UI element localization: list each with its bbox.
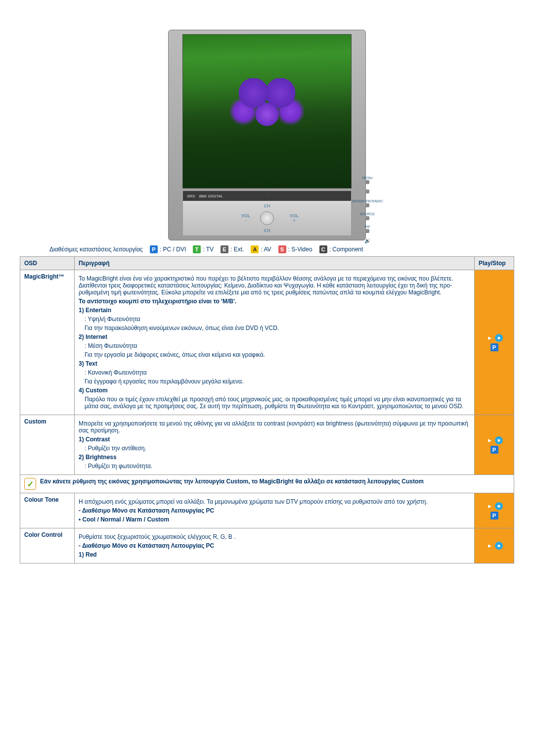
vol-minus-label: VOL-: [241, 213, 250, 223]
osd-table: OSD Περιγραφή Play/Stop MagicBright™ Το …: [20, 256, 514, 564]
c-icon: C: [319, 245, 327, 253]
t-icon: T: [193, 245, 201, 253]
modes-legend: Διαθέσιμες καταστάσεις λειτουργίας P : P…: [49, 245, 514, 253]
colour-tone-n1: - Διαθέσιμο Μόνο σε Κατάσταση Λειτουργία…: [79, 507, 470, 514]
mb-i1-a: : Υψηλή Φωτεινότητα: [85, 316, 470, 323]
s-icon: S: [278, 245, 286, 253]
mb-i2-a: : Μέση Φωτεινότητα: [85, 342, 470, 349]
check-icon: ✓: [24, 478, 36, 490]
row-note: ✓ Εάν κάνετε ρύθμιση της εικόνας χρησιμο…: [20, 475, 514, 493]
mb-i3-a: : Κανονική Φωτεινότητα: [85, 369, 470, 376]
custom-i1-a: : Ρυθμίζει την αντίθεση.: [85, 445, 470, 452]
mb-i2-b: Για την εργασία με διάφορες εικόνες, όπω…: [85, 351, 470, 358]
color-control-intro: Ρυθμίστε τους ξεχωριστούς χρωματικούς ελ…: [79, 533, 470, 540]
custom-i1-title: 1) Contrast: [79, 436, 470, 443]
mb-i3-title: 3) Text: [79, 360, 470, 367]
mb-i4-title: 4) Custom: [79, 387, 470, 394]
monitor-illustration: SRS BBE DIGITAL VOL- ⌃CH CH⌄ VOL+ MENU E…: [168, 30, 366, 240]
mode-tv-label: : TV: [203, 246, 214, 253]
colour-tone-desc: Η απόχρωση ενός χρώματος μπορεί να αλλάξ…: [75, 493, 475, 528]
blank-button: [352, 189, 383, 195]
p-badge-icon: P: [490, 343, 498, 351]
modes-label: Διαθέσιμες καταστάσεις λειτουργίας: [49, 246, 143, 253]
color-control-name: Color Control: [20, 528, 75, 564]
mode-av-label: : AV: [261, 246, 271, 253]
mb-i1-b: Για την παρακολούθηση κινούμενων εικόνων…: [85, 325, 470, 331]
a-icon: A: [251, 245, 259, 253]
header-osd: OSD: [20, 257, 75, 270]
colour-tone-n2: • Cool / Normal / Warm / Custom: [79, 516, 470, 523]
menu-button-label: MENU: [352, 176, 383, 185]
row-magicbright: MagicBright™ Το MagicBright είναι ένα νέ…: [20, 270, 514, 415]
header-play: Play/Stop: [475, 257, 514, 270]
mode-svideo: S : S-Video: [278, 245, 312, 253]
row-color-control: Color Control Ρυθμίστε τους ξεχωριστούς …: [20, 528, 514, 564]
mode-pc: P : PC / DVI: [150, 245, 186, 253]
mode-tv: T : TV: [193, 245, 214, 253]
ch-down-label: CH⌄: [260, 226, 274, 244]
color-control-playstop: ▶ ■: [475, 528, 514, 564]
stop-icon[interactable]: ■: [495, 436, 503, 444]
note-text: Εάν κάνετε ρύθμιση της εικόνας χρησιμοπο…: [40, 478, 424, 485]
custom-i2-a: : Ρυθμίζει τη φωτεινότητα.: [85, 463, 470, 470]
srs-logo: SRS: [187, 194, 195, 198]
enter-button-label: ENTER/ FM RADIO: [352, 199, 383, 208]
colour-tone-playstop: ▶ ■ P: [475, 493, 514, 528]
custom-name: Custom: [20, 415, 75, 475]
side-buttons: MENU ENTER/ FM RADIO SOURCE PIP 🔊: [352, 176, 383, 243]
mb-i3-b: Για έγγραφα ή εργασίες που περιλαμβάνουν…: [85, 378, 470, 385]
row-custom: Custom Μπορείτε να χρησιμοποιήσετε τα με…: [20, 415, 514, 475]
stop-icon[interactable]: ■: [495, 542, 503, 550]
monitor-controls: VOL- ⌃CH CH⌄ VOL+: [182, 201, 352, 236]
row-colour-tone: Colour Tone Η απόχρωση ενός χρώματος μπο…: [20, 493, 514, 528]
stop-icon[interactable]: ■: [495, 502, 503, 510]
speaker-icon: 🔊: [352, 238, 383, 243]
vol-plus-label: VOL+: [290, 213, 299, 223]
custom-intro: Μπορείτε να χρησιμοποιήσετε τα μενού της…: [79, 420, 470, 434]
magicbright-intro: Το MagicBright είναι ένα νέο χαρακτηριστ…: [79, 275, 470, 296]
mode-pc-label: : PC / DVI: [160, 246, 186, 253]
colour-tone-name: Colour Tone: [20, 493, 75, 528]
bbe-logo: BBE DIGITAL: [199, 194, 223, 198]
pip-button-label: PIP: [352, 225, 383, 234]
custom-i2-title: 2) Brightness: [79, 454, 470, 461]
play-icon[interactable]: ▶: [486, 502, 493, 510]
custom-playstop: ▶ ■ P: [475, 415, 514, 475]
p-badge-icon: P: [490, 446, 498, 454]
color-control-desc: Ρυθμίστε τους ξεχωριστούς χρωματικούς ελ…: [75, 528, 475, 564]
mb-i2-title: 2) Internet: [79, 333, 470, 340]
mode-ext: E : Ext.: [221, 245, 244, 253]
ch-up-label: ⌃CH: [260, 192, 274, 210]
mode-svideo-label: : S-Video: [288, 246, 312, 253]
table-header-row: OSD Περιγραφή Play/Stop: [20, 257, 514, 270]
mode-ext-label: : Ext.: [230, 246, 244, 253]
color-control-n1: - Διαθέσιμο Μόνο σε Κατάσταση Λειτουργία…: [79, 542, 470, 549]
mode-av: A : AV: [251, 245, 271, 253]
power-button: [260, 211, 274, 225]
monitor-screen: [182, 34, 352, 189]
color-control-i1-title: 1) Red: [79, 551, 470, 558]
mode-component: C : Component: [319, 245, 363, 253]
colour-tone-intro: Η απόχρωση ενός χρώματος μπορεί να αλλάξ…: [79, 498, 470, 505]
source-button-label: SOURCE: [352, 212, 383, 221]
custom-desc: Μπορείτε να χρησιμοποιήσετε τα μενού της…: [75, 415, 475, 475]
mb-i1-title: 1) Entertain: [79, 307, 470, 314]
mb-i4-a: Παρόλο που οι τιμές έχουν επιλεχθεί με π…: [85, 396, 470, 410]
magicbright-name: MagicBright™: [20, 270, 75, 415]
e-icon: E: [221, 245, 228, 253]
play-icon[interactable]: ▶: [486, 542, 493, 550]
stop-icon[interactable]: ■: [495, 334, 503, 342]
magicbright-desc: Το MagicBright είναι ένα νέο χαρακτηριστ…: [75, 270, 475, 415]
mode-component-label: : Component: [329, 246, 363, 253]
play-icon[interactable]: ▶: [486, 334, 493, 342]
magicbright-playstop: ▶ ■ P: [475, 270, 514, 415]
p-badge-icon: P: [490, 512, 498, 520]
header-desc: Περιγραφή: [75, 257, 475, 270]
play-icon[interactable]: ▶: [486, 436, 493, 444]
magicbright-remote: Το αντίστοιχο κουμπί στο τηλεχειριστήριο…: [79, 298, 470, 305]
p-icon: P: [150, 245, 158, 253]
